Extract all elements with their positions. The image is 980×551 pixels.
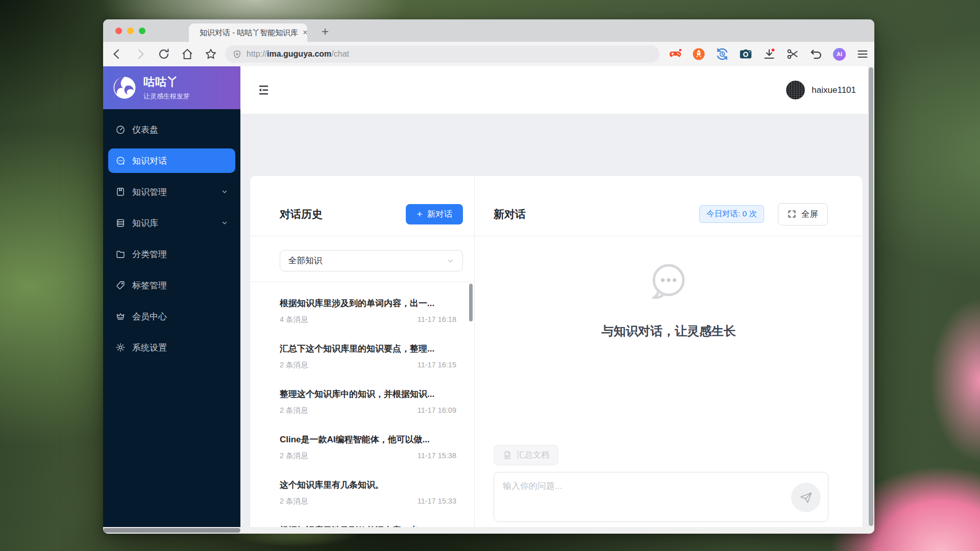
gamepad-icon[interactable] — [669, 47, 682, 61]
conversation-message-count: 4 条消息 — [280, 314, 308, 324]
sidebar-item-category-manage[interactable]: 分类管理 — [108, 242, 235, 266]
browser-tab[interactable]: 知识对话 - 咕咕丫智能知识库 × — [189, 23, 307, 42]
url-text: http://ima.guguya.com/chat — [247, 49, 349, 59]
app-logo: 咕咕丫 让灵感生根发芽 — [103, 66, 240, 109]
chevron-down-icon — [221, 219, 228, 227]
chat-title: 新对话 — [494, 207, 526, 221]
sidebar-item-label: 知识库 — [132, 217, 214, 229]
zoom-window-button[interactable] — [139, 28, 145, 34]
sidebar-item-label: 系统设置 — [132, 342, 228, 354]
sidebar-item-knowledge-manage[interactable]: 知识管理 — [108, 180, 235, 204]
browser-toolbar: http://ima.guguya.com/chat AI — [103, 42, 874, 66]
tab-close-icon[interactable]: × — [303, 29, 307, 37]
conversation-item[interactable]: 整理这个知识库中的知识，并根据知识... 2 条消息 11-17 16:09 — [280, 380, 456, 415]
conversation-item[interactable]: 汇总下这个知识库里的知识要点，整理... 2 条消息 11-17 16:15 — [280, 334, 456, 370]
close-window-button[interactable] — [115, 28, 122, 34]
fullscreen-icon — [788, 210, 796, 218]
url-bar[interactable]: http://ima.guguya.com/chat — [225, 45, 659, 63]
sidebar-item-label: 分类管理 — [132, 248, 228, 260]
scissors-icon[interactable] — [786, 47, 799, 61]
sidebar-item-label: 知识管理 — [132, 186, 214, 198]
tab-title: 知识对话 - 咕咕丫智能知识库 — [200, 28, 298, 38]
app-content: 咕咕丫 让灵感生根发芽 仪表盘 知识对话 知识管理 知识库 分类管理 标签管理 … — [103, 66, 874, 527]
history-sync-icon[interactable] — [716, 47, 729, 61]
home-icon[interactable] — [181, 47, 194, 61]
conversation-time: 11-17 15:38 — [418, 450, 456, 461]
forward-icon[interactable] — [134, 47, 147, 61]
send-plane-icon — [798, 490, 814, 505]
sidebar-item-dashboard[interactable]: 仪表盘 — [108, 117, 235, 142]
conversation-message-count: 2 条消息 — [280, 360, 308, 370]
chevron-down-icon — [447, 257, 454, 265]
star-icon[interactable] — [204, 47, 217, 61]
knowledge-filter-wrap: 全部知识 — [250, 236, 474, 282]
chat-icon — [115, 156, 126, 166]
chat-input-area: 汇总文档 — [494, 445, 828, 522]
collapse-sidebar-icon[interactable] — [257, 83, 271, 97]
avatar — [786, 81, 805, 99]
camera-icon[interactable] — [739, 47, 752, 61]
chat-card: 对话历史 + 新对话 全部知识 根据知 — [250, 176, 863, 534]
conversation-time: 11-17 15:33 — [418, 496, 456, 506]
undo-icon[interactable] — [810, 47, 823, 61]
conversation-time: 11-17 16:09 — [418, 405, 456, 415]
sidebar-menu: 仪表盘 知识对话 知识管理 知识库 分类管理 标签管理 会员中心 系统设置 — [103, 109, 240, 360]
conversation-title: 整理这个知识库中的知识，并根据知识... — [280, 388, 456, 401]
user-menu[interactable]: haixue1101 — [786, 81, 856, 99]
send-button[interactable] — [791, 483, 821, 512]
word-document-icon — [503, 450, 512, 460]
crown-icon — [115, 311, 126, 321]
horizontal-scrollbar-thumb[interactable] — [103, 528, 240, 533]
minimize-window-button[interactable] — [127, 28, 134, 34]
sidebar-item-label: 标签管理 — [132, 280, 228, 291]
list-scrollbar-thumb[interactable] — [469, 284, 473, 321]
new-chat-button[interactable]: + 新对话 — [406, 204, 463, 224]
app-slogan: 让灵感生根发芽 — [143, 92, 190, 101]
conversation-item[interactable]: Cline是一款AI编程智能体，他可以做... 2 条消息 11-17 15:3… — [280, 425, 456, 461]
new-tab-button[interactable]: + — [322, 24, 329, 39]
back-icon[interactable] — [110, 47, 124, 61]
history-title: 对话历史 — [280, 207, 323, 221]
window-controls — [115, 28, 145, 34]
chat-panel-header: 新对话 今日对话: 0 次 全屏 — [475, 176, 863, 236]
fullscreen-button[interactable]: 全屏 — [778, 203, 828, 226]
main-area: 对话历史 + 新对话 全部知识 根据知 — [240, 114, 868, 527]
app-title: 咕咕丫 — [143, 74, 190, 90]
menu-icon[interactable] — [856, 47, 869, 61]
sidebar: 咕咕丫 让灵感生根发芽 仪表盘 知识对话 知识管理 知识库 分类管理 标签管理 … — [103, 66, 240, 527]
conversation-title: 汇总下这个知识库里的知识要点，整理... — [280, 342, 456, 356]
page-horizontal-scrollbar[interactable] — [103, 527, 874, 534]
summarize-doc-button[interactable]: 汇总文档 — [494, 445, 558, 465]
sidebar-item-settings[interactable]: 系统设置 — [108, 335, 235, 360]
page-vertical-scrollbar[interactable] — [868, 66, 874, 527]
rocket-icon[interactable] — [692, 47, 705, 61]
download-icon[interactable] — [763, 47, 776, 61]
reload-icon[interactable] — [157, 47, 170, 61]
empty-state: 与知识对话，让灵感生长 — [475, 236, 863, 339]
conversation-time: 11-17 16:18 — [418, 314, 456, 324]
conversation-time: 11-17 16:15 — [418, 360, 456, 370]
browser-window: 知识对话 - 咕咕丫智能知识库 × + http://ima.guguya.co… — [103, 19, 874, 534]
tag-icon — [115, 280, 126, 290]
username: haixue1101 — [812, 85, 856, 95]
sidebar-item-tag-manage[interactable]: 标签管理 — [108, 273, 235, 297]
chevron-down-icon — [221, 188, 228, 195]
chat-panel: 新对话 今日对话: 0 次 全屏 与知识对话，让灵感生 — [475, 176, 863, 534]
sidebar-item-label: 仪表盘 — [132, 124, 228, 136]
conversation-item[interactable]: 根据知识库里涉及到的单词内容，出一... 4 条消息 11-17 16:18 — [280, 289, 456, 324]
sidebar-item-label: 知识对话 — [132, 155, 228, 167]
gear-icon — [115, 342, 126, 353]
question-input[interactable] — [494, 472, 828, 521]
ai-assistant-icon[interactable]: AI — [833, 48, 846, 61]
conversation-item[interactable]: 这个知识库里有几条知识。 2 条消息 11-17 15:33 — [280, 470, 456, 506]
site-permission-shield-icon[interactable] — [232, 49, 242, 59]
knowledge-filter-value: 全部知识 — [288, 255, 322, 266]
folder-icon — [115, 249, 126, 259]
browser-tab-bar: 知识对话 - 咕咕丫智能知识库 × + — [103, 19, 874, 42]
sidebar-item-chat[interactable]: 知识对话 — [108, 148, 235, 173]
sidebar-item-member-center[interactable]: 会员中心 — [108, 304, 235, 329]
sidebar-item-knowledge-base[interactable]: 知识库 — [108, 211, 235, 235]
guguya-bird-logo-icon — [112, 76, 137, 100]
knowledge-filter-select[interactable]: 全部知识 — [280, 250, 463, 271]
history-panel: 对话历史 + 新对话 全部知识 根据知 — [250, 176, 475, 534]
